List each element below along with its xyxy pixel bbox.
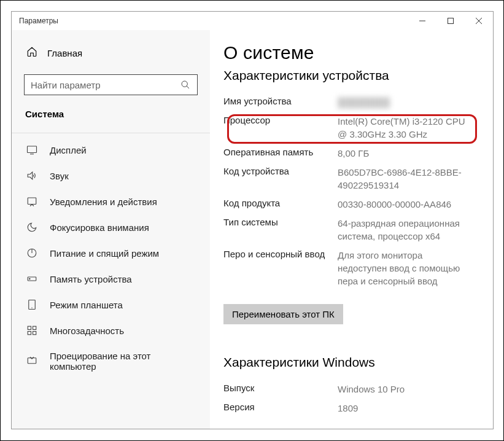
svg-point-13 (29, 278, 31, 279)
spec-value: 64-разрядная операционная система, проце… (338, 217, 468, 243)
svg-rect-18 (28, 332, 31, 335)
display-icon (26, 144, 37, 155)
svg-rect-6 (28, 146, 37, 153)
sidebar: Главная Система Дисплей Звук Увед (12, 30, 210, 429)
sidebar-item-projecting[interactable]: Проецирование на этот компьютер (12, 343, 210, 379)
sidebar-home[interactable]: Главная (24, 42, 198, 63)
search-input[interactable] (31, 80, 180, 90)
search-input-container[interactable] (24, 74, 198, 95)
spec-row-processor: Процессор Intel(R) Core(TM) i3-2120 CPU … (223, 112, 468, 144)
spec-label: Код продукта (223, 198, 338, 211)
spec-row-devicename: Имя устройства ████████ (223, 93, 468, 112)
svg-rect-1 (448, 18, 454, 24)
svg-point-4 (182, 81, 187, 87)
windows-specs-table: Выпуск Windows 10 Pro Версия 1809 (223, 380, 468, 418)
spec-row-pentouch: Перо и сенсорный ввод Для этого монитора… (223, 246, 468, 291)
svg-rect-9 (28, 198, 36, 205)
spec-value: 8,00 ГБ (338, 147, 468, 160)
content-panel: О системе Характеристики устройства Имя … (210, 30, 493, 429)
projecting-icon (26, 356, 37, 367)
spec-row-systemtype: Тип системы 64-разрядная операционная си… (223, 214, 468, 246)
notification-icon (26, 196, 37, 207)
sidebar-item-focus-assist[interactable]: Фокусировка внимания (12, 214, 210, 240)
spec-value: Intel(R) Core(TM) i3-2120 CPU @ 3.30GHz … (338, 115, 468, 141)
spec-label: Оперативная память (223, 147, 338, 160)
sidebar-home-label: Главная (47, 48, 82, 58)
maximize-button[interactable] (436, 12, 465, 30)
multitasking-icon (26, 325, 37, 336)
spec-value: Для этого монитора недоступен ввод с пом… (338, 249, 468, 287)
sidebar-divider (12, 133, 210, 133)
rename-pc-button[interactable]: Переименовать этот ПК (223, 304, 343, 324)
device-specs-table: Имя устройства ████████ Процессор Intel(… (223, 93, 468, 291)
sidebar-item-label: Дисплей (50, 145, 87, 155)
sidebar-item-tablet[interactable]: Режим планшета (12, 292, 210, 318)
window-title: Параметры (19, 17, 408, 25)
spec-row-ram: Оперативная память 8,00 ГБ (223, 144, 468, 163)
spec-row-deviceid: Код устройства B605D7BC-6986-4E12-8BBE-4… (223, 163, 468, 195)
page-title: О системе (223, 42, 468, 63)
spec-label: Код устройства (223, 166, 338, 192)
sidebar-item-label: Звук (50, 171, 69, 181)
spec-value: B605D7BC-6986-4E12-8BBE-490229519314 (338, 166, 468, 192)
sidebar-item-label: Питание и спящий режим (50, 248, 159, 259)
sidebar-item-label: Многозадачность (50, 326, 124, 336)
spec-value: 1809 (338, 402, 468, 415)
spec-label: Версия (223, 402, 338, 415)
spec-label: Процессор (223, 115, 338, 141)
power-icon (26, 248, 37, 259)
sidebar-item-notifications[interactable]: Уведомления и действия (12, 189, 210, 214)
window-titlebar: Параметры (12, 12, 493, 30)
spec-label: Перо и сенсорный ввод (223, 249, 338, 287)
sidebar-item-display[interactable]: Дисплей (12, 137, 210, 163)
sidebar-item-sound[interactable]: Звук (12, 163, 210, 189)
sidebar-item-multitasking[interactable]: Многозадачность (12, 318, 210, 343)
sidebar-item-label: Фокусировка внимания (50, 222, 149, 233)
svg-line-5 (187, 86, 189, 88)
spec-row-version: Версия 1809 (223, 399, 468, 418)
svg-rect-16 (28, 326, 31, 329)
close-button[interactable] (465, 12, 493, 30)
spec-value: 00330-80000-00000-AA846 (338, 198, 468, 211)
focus-icon (26, 222, 37, 233)
sidebar-item-power[interactable]: Питание и спящий режим (12, 240, 210, 266)
svg-rect-17 (33, 326, 36, 329)
windows-specs-header: Характеристики Windows (223, 355, 468, 370)
spec-row-edition: Выпуск Windows 10 Pro (223, 380, 468, 399)
spec-label: Тип системы (223, 217, 338, 243)
spec-row-productid: Код продукта 00330-80000-00000-AA846 (223, 195, 468, 214)
spec-value: Windows 10 Pro (338, 383, 468, 396)
sidebar-item-label: Уведомления и действия (50, 197, 157, 207)
spec-label: Выпуск (223, 383, 338, 396)
search-icon (180, 79, 191, 90)
sidebar-item-label: Память устройства (50, 274, 132, 284)
minimize-button[interactable] (408, 12, 436, 30)
spec-label: Имя устройства (223, 96, 338, 109)
svg-rect-19 (33, 332, 36, 335)
storage-icon (26, 273, 37, 284)
svg-marker-8 (28, 172, 33, 179)
tablet-icon (26, 299, 37, 310)
sidebar-item-storage[interactable]: Память устройства (12, 266, 210, 292)
device-specs-header: Характеристики устройства (223, 68, 468, 83)
sidebar-item-label: Проецирование на этот компьютер (50, 351, 195, 372)
sidebar-section-header: Система (24, 109, 198, 119)
spec-value: ████████ (338, 96, 468, 109)
sidebar-item-label: Режим планшета (50, 300, 123, 310)
sound-icon (26, 170, 37, 181)
home-icon (26, 46, 37, 60)
